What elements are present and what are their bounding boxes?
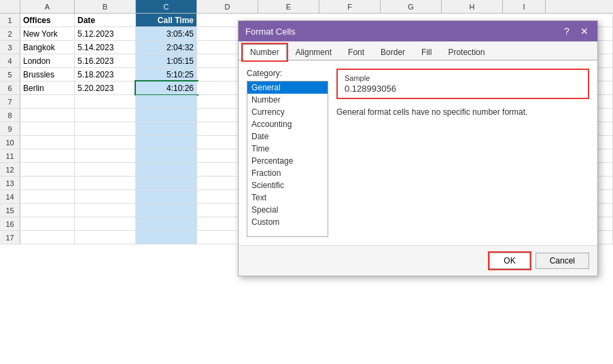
category-item-text[interactable]: Text	[247, 192, 328, 204]
cell-3A[interactable]: Bangkok	[20, 41, 75, 54]
category-item-scientific[interactable]: Scientific	[247, 179, 328, 192]
row-num: 2	[0, 27, 20, 40]
row-num: 1	[0, 14, 20, 26]
cell-6B[interactable]: 5.20.2023	[75, 81, 136, 94]
col-header-E[interactable]: E	[258, 0, 319, 13]
cell-4C[interactable]: 1:05:15	[136, 54, 197, 67]
sample-box: Sample 0.128993056	[336, 69, 589, 99]
tab-fill[interactable]: Fill	[414, 44, 439, 60]
cell-2B[interactable]: 5.12.2023	[75, 27, 136, 40]
dialog-title: Format Cells	[245, 26, 296, 37]
ok-button[interactable]: OK	[489, 253, 529, 269]
cell-4B[interactable]: 5.16.2023	[75, 54, 136, 67]
tab-alignment[interactable]: Alignment	[288, 44, 339, 60]
dialog-body-inner: Category: General Number Currency Accoun…	[247, 69, 589, 237]
category-list[interactable]: General Number Currency Accounting Date …	[247, 81, 328, 237]
tab-number[interactable]: Number	[243, 44, 287, 60]
tab-protection[interactable]: Protection	[440, 44, 492, 60]
col-header-G[interactable]: G	[381, 0, 442, 13]
col-header-I[interactable]: I	[503, 0, 546, 13]
cell-1C[interactable]: Call Time	[136, 14, 197, 26]
col-header-C[interactable]: C	[136, 0, 197, 13]
cell-2C[interactable]: 3:05:45	[136, 27, 197, 40]
corner-header	[0, 0, 20, 13]
row-num: 6	[0, 81, 20, 94]
col-header-B[interactable]: B	[75, 0, 136, 13]
tab-border[interactable]: Border	[373, 44, 413, 60]
col-header-H[interactable]: H	[442, 0, 503, 13]
dialog-controls: ? ✕	[561, 25, 591, 37]
row-num: 5	[0, 68, 20, 81]
cell-1B[interactable]: Date	[75, 14, 136, 26]
category-item-accounting[interactable]: Accounting	[247, 118, 328, 130]
category-item-percentage[interactable]: Percentage	[247, 155, 328, 167]
category-item-time[interactable]: Time	[247, 143, 328, 155]
category-item-general[interactable]: General	[247, 81, 328, 94]
sample-value: 0.128993056	[345, 84, 581, 94]
dialog-help-button[interactable]: ?	[561, 25, 573, 37]
category-item-currency[interactable]: Currency	[247, 106, 328, 118]
cell-6A[interactable]: Berlin	[20, 81, 75, 94]
cell-5B[interactable]: 5.18.2023	[75, 68, 136, 81]
right-panel: Sample 0.128993056 General format cells …	[336, 69, 589, 237]
format-cells-dialog: Format Cells ? ✕ Number Alignment Font B…	[238, 20, 598, 276]
format-description: General format cells have no specific nu…	[336, 107, 589, 117]
dialog-close-button[interactable]: ✕	[578, 25, 591, 37]
cell-5C[interactable]: 5:10:25	[136, 68, 197, 81]
row-num: 4	[0, 54, 20, 67]
col-header-A[interactable]: A	[20, 0, 75, 13]
cell-3B[interactable]: 5.14.2023	[75, 41, 136, 54]
cell-3C[interactable]: 2:04:32	[136, 41, 197, 54]
category-item-custom[interactable]: Custom	[247, 216, 328, 228]
dialog-tabs: Number Alignment Font Border Fill Protec…	[239, 41, 597, 60]
cell-4A[interactable]: London	[20, 54, 75, 67]
cell-1A[interactable]: Offices	[20, 14, 75, 26]
cell-6C[interactable]: 4:10:26	[136, 81, 197, 94]
cancel-button[interactable]: Cancel	[536, 253, 589, 269]
category-item-number[interactable]: Number	[247, 94, 328, 106]
dialog-body: Category: General Number Currency Accoun…	[239, 60, 597, 245]
col-headers: A B C D E F G H I	[0, 0, 613, 14]
col-header-F[interactable]: F	[319, 0, 381, 13]
category-section: Category: General Number Currency Accoun…	[247, 69, 328, 237]
category-item-date[interactable]: Date	[247, 130, 328, 143]
category-item-fraction[interactable]: Fraction	[247, 167, 328, 179]
cell-5A[interactable]: Brussles	[20, 68, 75, 81]
sample-label: Sample	[345, 74, 581, 82]
col-header-D[interactable]: D	[197, 0, 258, 13]
category-item-special[interactable]: Special	[247, 204, 328, 216]
tab-font[interactable]: Font	[340, 44, 372, 60]
row-num: 3	[0, 41, 20, 54]
category-label: Category:	[247, 69, 328, 78]
dialog-titlebar: Format Cells ? ✕	[239, 21, 597, 41]
dialog-footer: OK Cancel	[239, 245, 597, 276]
cell-2A[interactable]: New York	[20, 27, 75, 40]
